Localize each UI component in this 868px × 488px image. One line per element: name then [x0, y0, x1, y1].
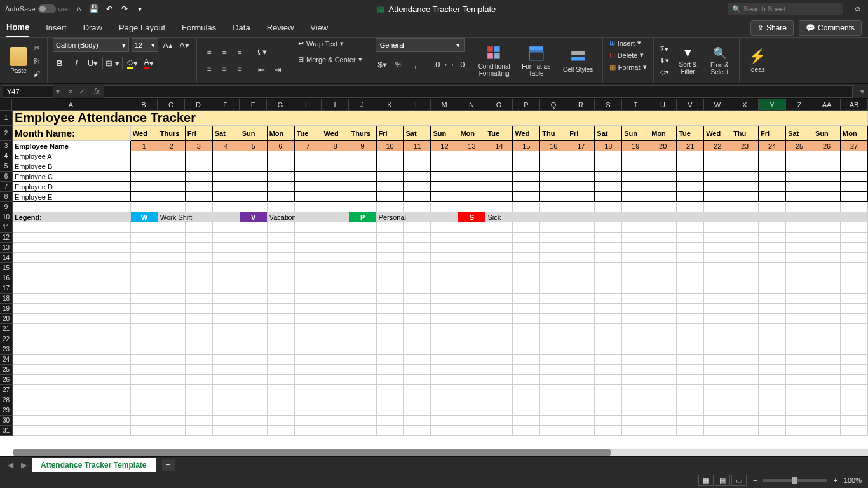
- column-header[interactable]: T: [622, 99, 649, 111]
- cell[interactable]: [841, 375, 868, 385]
- cell[interactable]: [704, 334, 731, 344]
- cell[interactable]: Fri: [567, 126, 595, 141]
- cell[interactable]: [485, 233, 513, 243]
- cell[interactable]: [704, 395, 731, 405]
- cell[interactable]: [567, 334, 595, 344]
- column-header[interactable]: M: [431, 99, 458, 111]
- cell[interactable]: [622, 405, 649, 416]
- column-header[interactable]: Y: [759, 99, 786, 111]
- cell[interactable]: [595, 314, 622, 324]
- cell[interactable]: [813, 161, 841, 172]
- column-header[interactable]: D: [185, 99, 212, 111]
- cell[interactable]: [458, 385, 485, 395]
- cell[interactable]: [677, 283, 704, 294]
- cell[interactable]: Tue: [485, 126, 513, 141]
- row-header[interactable]: 6: [0, 172, 13, 182]
- cell[interactable]: [268, 375, 295, 385]
- cell[interactable]: [540, 405, 567, 416]
- cell[interactable]: [841, 294, 868, 304]
- cell[interactable]: [431, 416, 458, 426]
- cell[interactable]: [458, 294, 485, 304]
- cell[interactable]: [677, 426, 704, 436]
- cell[interactable]: [567, 294, 595, 304]
- cell[interactable]: Wed: [131, 126, 158, 141]
- cell[interactable]: [622, 192, 649, 202]
- cell[interactable]: [485, 405, 513, 416]
- cell[interactable]: [813, 253, 841, 263]
- cell[interactable]: [540, 182, 567, 192]
- cell[interactable]: [513, 314, 540, 324]
- cell[interactable]: [649, 283, 677, 294]
- cell[interactable]: [677, 405, 704, 416]
- font-name-select[interactable]: Calibri (Body)▾: [53, 38, 129, 52]
- cell[interactable]: [268, 405, 295, 416]
- column-header[interactable]: P: [513, 99, 540, 111]
- cell[interactable]: [813, 304, 841, 314]
- cell[interactable]: [295, 253, 322, 263]
- cell[interactable]: Employee C: [13, 172, 131, 182]
- cell[interactable]: [485, 273, 513, 283]
- cell[interactable]: Employee Name: [13, 141, 131, 151]
- cell[interactable]: [540, 172, 567, 182]
- cell[interactable]: [786, 202, 813, 212]
- cell[interactable]: [567, 222, 595, 233]
- cell[interactable]: [240, 253, 268, 263]
- cell[interactable]: [567, 182, 595, 192]
- tab-home[interactable]: Home: [6, 18, 29, 37]
- cell[interactable]: [540, 263, 567, 273]
- cell[interactable]: [841, 243, 868, 253]
- row-header[interactable]: 9: [0, 202, 13, 212]
- cell[interactable]: [567, 375, 595, 385]
- cell[interactable]: [649, 314, 677, 324]
- cell[interactable]: [595, 426, 622, 436]
- cell[interactable]: [158, 202, 186, 212]
- cell[interactable]: [295, 283, 322, 294]
- cell[interactable]: [540, 222, 567, 233]
- cell[interactable]: [540, 365, 567, 375]
- column-header[interactable]: A: [12, 99, 130, 111]
- cell[interactable]: [704, 416, 731, 426]
- cell[interactable]: [759, 334, 786, 344]
- cell[interactable]: Thu: [731, 126, 759, 141]
- column-header[interactable]: V: [677, 99, 704, 111]
- cell[interactable]: [567, 253, 595, 263]
- cell[interactable]: [268, 283, 295, 294]
- cell[interactable]: [622, 172, 649, 182]
- cell[interactable]: [677, 395, 704, 405]
- cell[interactable]: [649, 222, 677, 233]
- cell[interactable]: [431, 233, 458, 243]
- cell[interactable]: [295, 222, 322, 233]
- cell[interactable]: [540, 375, 567, 385]
- cell[interactable]: [158, 161, 186, 172]
- cell[interactable]: [213, 304, 240, 314]
- cell[interactable]: [431, 395, 458, 405]
- cell[interactable]: Thu: [540, 126, 567, 141]
- cell[interactable]: [158, 304, 186, 314]
- cell[interactable]: [704, 283, 731, 294]
- cell[interactable]: [813, 355, 841, 365]
- cell[interactable]: [731, 334, 759, 344]
- cell[interactable]: 25: [786, 141, 813, 151]
- cell[interactable]: [213, 334, 240, 344]
- cell[interactable]: [731, 375, 759, 385]
- cell[interactable]: [349, 426, 377, 436]
- cell[interactable]: [13, 222, 131, 233]
- cell[interactable]: [268, 243, 295, 253]
- cell[interactable]: [213, 243, 240, 253]
- cell[interactable]: [268, 365, 295, 375]
- cell[interactable]: [677, 222, 704, 233]
- row-header[interactable]: 10: [0, 212, 13, 222]
- cell[interactable]: [158, 405, 186, 416]
- cell[interactable]: [540, 324, 567, 334]
- cell[interactable]: [240, 385, 268, 395]
- cell[interactable]: [704, 161, 731, 172]
- decrease-decimal-button[interactable]: ←.0: [451, 57, 465, 71]
- cell[interactable]: [377, 365, 404, 375]
- cell[interactable]: [513, 192, 540, 202]
- cell[interactable]: [759, 355, 786, 365]
- cell[interactable]: [595, 375, 622, 385]
- cell[interactable]: [704, 151, 731, 161]
- cell[interactable]: [13, 344, 131, 355]
- cell[interactable]: [268, 192, 295, 202]
- cell[interactable]: [349, 182, 377, 192]
